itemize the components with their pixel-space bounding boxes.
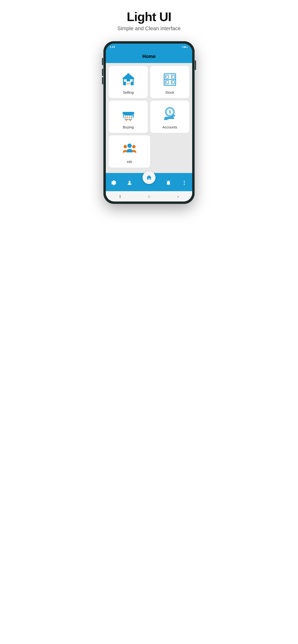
sys-nav-bar: ⦀ ○ ‹ bbox=[106, 191, 192, 202]
status-bar: 1:24 bbox=[106, 44, 192, 50]
svg-point-0 bbox=[182, 46, 183, 48]
selling-label: Selling bbox=[123, 90, 134, 94]
shelf-icon bbox=[162, 71, 178, 88]
nav-more[interactable] bbox=[180, 179, 189, 187]
stock-label: Stock bbox=[165, 90, 175, 94]
app-bar: Home bbox=[106, 50, 192, 63]
svg-rect-17 bbox=[172, 76, 173, 77]
svg-rect-15 bbox=[166, 76, 167, 77]
svg-text:$: $ bbox=[169, 110, 171, 114]
svg-text:Sell: Sell bbox=[126, 82, 130, 85]
sys-nav-recent[interactable]: ⦀ bbox=[119, 194, 121, 199]
svg-rect-4 bbox=[187, 48, 188, 48]
app-bar-title: Home bbox=[110, 54, 188, 59]
svg-point-29 bbox=[126, 119, 127, 121]
bottom-nav-row bbox=[106, 176, 192, 190]
svg-line-39 bbox=[170, 180, 170, 181]
status-time: 1:24 bbox=[110, 46, 115, 48]
svg-point-35 bbox=[123, 145, 127, 148]
svg-rect-11 bbox=[127, 73, 129, 74]
buying-label: Buying bbox=[123, 125, 134, 129]
phone-shell: 1:24 Home bbox=[103, 41, 195, 204]
nav-notifications[interactable] bbox=[164, 179, 173, 187]
hr-label: HR bbox=[127, 160, 132, 164]
nav-settings[interactable] bbox=[109, 179, 118, 187]
store-cart-icon bbox=[120, 106, 137, 123]
content-area: Sell Selling bbox=[106, 63, 192, 173]
accounts-label: Accounts bbox=[163, 125, 177, 129]
svg-rect-8 bbox=[130, 79, 133, 82]
svg-point-34 bbox=[127, 144, 132, 148]
status-icons bbox=[182, 46, 188, 48]
grid-row-1: Sell Selling bbox=[109, 66, 189, 98]
bottom-nav bbox=[106, 173, 192, 191]
svg-rect-20 bbox=[171, 81, 175, 84]
selling-card[interactable]: Sell Selling bbox=[109, 66, 148, 98]
grid-row-3: HR bbox=[109, 135, 189, 168]
empty-placeholder bbox=[153, 135, 189, 168]
stock-card[interactable]: Stock bbox=[150, 66, 189, 98]
svg-rect-24 bbox=[133, 113, 134, 118]
grid-row-2: Buying $ Accounts bbox=[109, 100, 189, 133]
svg-point-36 bbox=[132, 145, 135, 148]
svg-rect-19 bbox=[166, 82, 167, 83]
svg-point-37 bbox=[129, 181, 130, 183]
people-icon bbox=[121, 141, 138, 158]
home-button[interactable] bbox=[142, 171, 156, 184]
svg-rect-21 bbox=[172, 82, 173, 83]
hr-card[interactable]: HR bbox=[109, 135, 150, 168]
svg-line-38 bbox=[167, 180, 167, 181]
svg-point-41 bbox=[184, 182, 185, 183]
svg-rect-3 bbox=[186, 47, 186, 48]
sys-nav-back[interactable]: ‹ bbox=[177, 194, 179, 199]
svg-point-30 bbox=[129, 119, 131, 121]
house-sell-icon: Sell bbox=[120, 71, 137, 88]
svg-rect-2 bbox=[185, 46, 186, 48]
page-title: Light UI bbox=[117, 10, 181, 24]
svg-rect-7 bbox=[124, 79, 127, 82]
buying-card[interactable]: Buying bbox=[109, 100, 148, 133]
sys-nav-home[interactable]: ○ bbox=[148, 194, 151, 199]
svg-point-42 bbox=[184, 184, 185, 185]
svg-rect-23 bbox=[123, 113, 124, 118]
svg-rect-1 bbox=[183, 46, 184, 48]
svg-rect-14 bbox=[165, 75, 169, 78]
svg-rect-16 bbox=[171, 75, 175, 78]
page-subtitle: Simple and Clean interface bbox=[117, 26, 181, 32]
nav-profile[interactable] bbox=[125, 179, 134, 187]
accounts-card[interactable]: $ Accounts bbox=[150, 100, 189, 133]
page-header: Light UI Simple and Clean interface bbox=[117, 10, 181, 32]
status-right-icons bbox=[182, 46, 188, 48]
svg-point-40 bbox=[184, 181, 185, 182]
money-hand-icon: $ bbox=[162, 106, 178, 123]
svg-rect-22 bbox=[123, 112, 134, 113]
phone-screen: 1:24 Home bbox=[106, 44, 192, 202]
svg-rect-18 bbox=[165, 81, 169, 84]
nav-home-center[interactable] bbox=[140, 170, 158, 185]
